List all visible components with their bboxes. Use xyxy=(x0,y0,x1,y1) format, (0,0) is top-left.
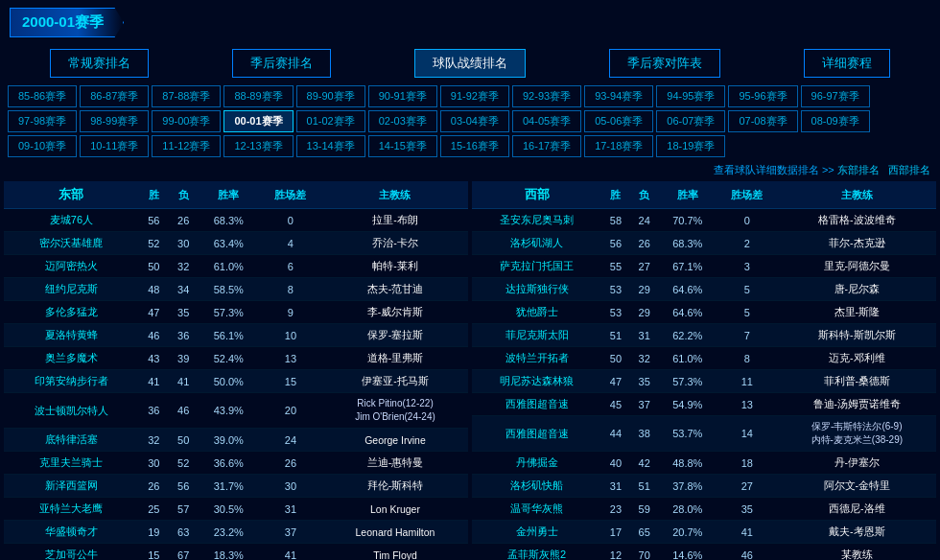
season-btn-05-06赛季[interactable]: 05-06赛季 xyxy=(584,110,653,132)
west-gb-0: 0 xyxy=(717,209,777,232)
east-w-4: 47 xyxy=(139,301,169,324)
west-coach-7: 菲利普-桑德斯 xyxy=(778,370,936,393)
season-btn-90-91赛季[interactable]: 90-91赛季 xyxy=(368,85,437,107)
season-btn-91-92赛季[interactable]: 91-92赛季 xyxy=(440,85,509,107)
season-btn-11-12赛季[interactable]: 11-12赛季 xyxy=(152,135,221,157)
season-btn-16-17赛季[interactable]: 16-17赛季 xyxy=(512,135,581,157)
east-pct-10: 36.6% xyxy=(199,452,259,475)
east-gb-2: 6 xyxy=(259,255,322,278)
west-ranking-link[interactable]: 西部排名 xyxy=(888,164,930,175)
season-btn-87-88赛季[interactable]: 87-88赛季 xyxy=(152,85,221,107)
east-gb-7: 15 xyxy=(259,370,322,393)
west-team-name-6: 波特兰开拓者 xyxy=(472,347,601,370)
season-btn-93-94赛季[interactable]: 93-94赛季 xyxy=(584,85,653,107)
east-team-name-11: 新泽西篮网 xyxy=(4,475,139,498)
east-l-14: 67 xyxy=(169,544,199,561)
west-gb-3: 5 xyxy=(717,278,777,301)
west-l-11: 51 xyxy=(630,475,659,498)
season-btn-04-05赛季[interactable]: 04-05赛季 xyxy=(512,110,581,132)
east-coach-0: 拉里-布朗 xyxy=(322,209,468,232)
east-team-name-2: 迈阿密热火 xyxy=(4,255,139,278)
season-btn-13-14赛季[interactable]: 13-14赛季 xyxy=(296,135,365,157)
season-btn-15-16赛季[interactable]: 15-16赛季 xyxy=(440,135,509,157)
season-btn-06-07赛季[interactable]: 06-07赛季 xyxy=(656,110,725,132)
west-pct-11: 37.8% xyxy=(659,475,717,498)
nav-tab-详细赛程[interactable]: 详细赛程 xyxy=(804,49,890,78)
nav-tab-季后赛排名[interactable]: 季后赛排名 xyxy=(232,49,331,78)
season-btn-02-03赛季[interactable]: 02-03赛季 xyxy=(368,110,437,132)
east-w-0: 56 xyxy=(139,209,169,232)
east-l-11: 56 xyxy=(169,475,199,498)
west-pct-1: 68.3% xyxy=(659,232,717,255)
season-btn-97-98赛季[interactable]: 97-98赛季 xyxy=(8,110,77,132)
west-pct-9: 53.7% xyxy=(659,416,717,452)
nav-tab-季后赛对阵表[interactable]: 季后赛对阵表 xyxy=(609,49,720,78)
view-link-bar: 查看球队详细数据排名 >> 东部排名 西部排名 xyxy=(0,161,940,179)
east-team-name-13: 华盛顿奇才 xyxy=(4,521,139,544)
season-btn-07-08赛季[interactable]: 07-08赛季 xyxy=(728,110,797,132)
season-btn-00-01赛季[interactable]: 00-01赛季 xyxy=(223,110,293,132)
west-pct-7: 57.3% xyxy=(659,370,717,393)
east-row-6: 奥兰多魔术433952.4%13道格-里弗斯 xyxy=(4,347,468,370)
east-team-name-1: 密尔沃基雄鹿 xyxy=(4,232,139,255)
east-w-5: 46 xyxy=(139,324,169,347)
east-w-6: 43 xyxy=(139,347,169,370)
view-link-text: 查看球队详细数据排名 >> xyxy=(714,164,837,175)
season-btn-03-04赛季[interactable]: 03-04赛季 xyxy=(440,110,509,132)
season-btn-88-89赛季[interactable]: 88-89赛季 xyxy=(223,85,293,107)
west-w-4: 53 xyxy=(601,301,630,324)
season-btn-85-86赛季[interactable]: 85-86赛季 xyxy=(8,85,77,107)
east-ranking-link[interactable]: 东部排名 xyxy=(837,164,880,175)
west-coach-6: 迈克-邓利维 xyxy=(778,347,936,370)
west-l-8: 37 xyxy=(630,393,659,416)
east-row-12: 亚特兰大老鹰255730.5%31Lon Kruger xyxy=(4,498,468,521)
east-pct-9: 39.0% xyxy=(199,429,259,452)
main-content: 东部 胜 负 胜率 胜场差 主教练 麦城76人562668.3%0拉里-布朗密尔… xyxy=(0,179,940,560)
season-btn-14-15赛季[interactable]: 14-15赛季 xyxy=(368,135,437,157)
east-w-11: 26 xyxy=(139,475,169,498)
west-gb-1: 2 xyxy=(717,232,777,255)
west-coach-2: 里克-阿德尔曼 xyxy=(778,255,936,278)
season-btn-01-02赛季[interactable]: 01-02赛季 xyxy=(296,110,365,132)
west-gb-2: 3 xyxy=(717,255,777,278)
season-btn-92-93赛季[interactable]: 92-93赛季 xyxy=(512,85,581,107)
west-row-0: 圣安东尼奥马刺582470.7%0格雷格-波波维奇 xyxy=(472,209,936,232)
season-btn-17-18赛季[interactable]: 17-18赛季 xyxy=(584,135,653,157)
season-btn-99-00赛季[interactable]: 99-00赛季 xyxy=(152,110,221,132)
east-team-name-3: 纽约尼克斯 xyxy=(4,278,139,301)
east-row-7: 印第安纳步行者414150.0%15伊塞亚-托马斯 xyxy=(4,370,468,393)
season-btn-95-96赛季[interactable]: 95-96赛季 xyxy=(728,85,797,107)
west-row-8: 西雅图超音速453754.9%13鲁迪-汤姆贾诺维奇 xyxy=(472,393,936,416)
season-btn-08-09赛季[interactable]: 08-09赛季 xyxy=(801,110,870,132)
west-team-name-7: 明尼苏达森林狼 xyxy=(472,370,601,393)
season-btn-94-95赛季[interactable]: 94-95赛季 xyxy=(656,85,725,107)
east-pct-0: 68.3% xyxy=(199,209,259,232)
west-row-1: 洛杉矶湖人562668.3%2菲尔-杰克逊 xyxy=(472,232,936,255)
season-btn-12-13赛季[interactable]: 12-13赛季 xyxy=(223,135,293,157)
west-gb-12: 35 xyxy=(717,498,777,521)
season-btn-10-11赛季[interactable]: 10-11赛季 xyxy=(80,135,149,157)
west-w-14: 12 xyxy=(601,544,630,561)
season-btn-86-87赛季[interactable]: 86-87赛季 xyxy=(80,85,149,107)
west-gb-10: 18 xyxy=(717,452,777,475)
nav-tab-常规赛排名[interactable]: 常规赛排名 xyxy=(50,49,149,78)
west-row-6: 波特兰开拓者503261.0%8迈克-邓利维 xyxy=(472,347,936,370)
season-btn-18-19赛季[interactable]: 18-19赛季 xyxy=(656,135,725,157)
east-row-13: 华盛顿奇才196323.2%37Leonard Hamilton xyxy=(4,521,468,544)
east-row-14: 芝加哥公牛156718.3%41Tim Floyd xyxy=(4,544,468,561)
season-btn-98-99赛季[interactable]: 98-99赛季 xyxy=(80,110,149,132)
east-w-9: 32 xyxy=(139,429,169,452)
east-coach-7: 伊塞亚-托马斯 xyxy=(322,370,468,393)
east-pct-7: 50.0% xyxy=(199,370,259,393)
season-btn-96-97赛季[interactable]: 96-97赛季 xyxy=(801,85,870,107)
west-gb-7: 11 xyxy=(717,370,777,393)
west-team-name-13: 金州勇士 xyxy=(472,521,601,544)
east-coach-13: Leonard Hamilton xyxy=(322,521,468,544)
season-btn-89-90赛季[interactable]: 89-90赛季 xyxy=(296,85,365,107)
west-team-name-12: 温哥华灰熊 xyxy=(472,498,601,521)
west-w-7: 47 xyxy=(601,370,630,393)
season-btn-09-10赛季[interactable]: 09-10赛季 xyxy=(8,135,77,157)
nav-tab-球队战绩排名[interactable]: 球队战绩排名 xyxy=(414,49,526,78)
east-team-name-10: 克里夫兰骑士 xyxy=(4,452,139,475)
west-coach-14: 某教练 xyxy=(778,544,936,561)
